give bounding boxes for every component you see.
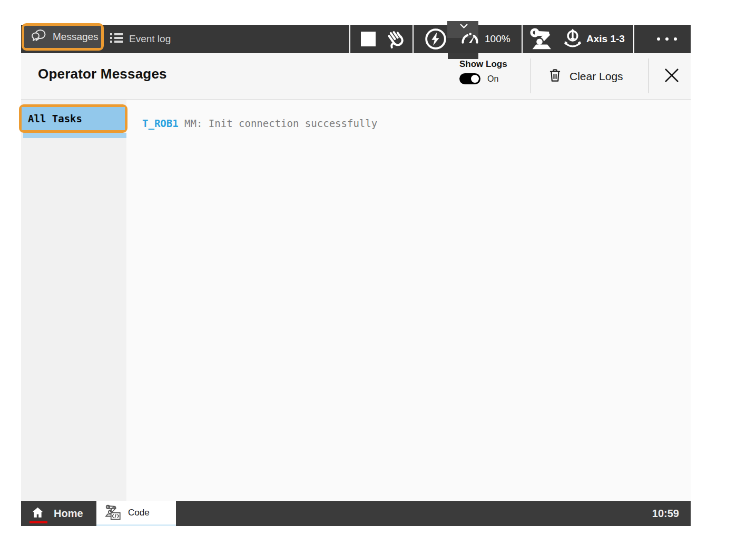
flexpendant-app: Messages Event log — [21, 25, 691, 526]
bottom-taskbar: Home — [21, 501, 691, 526]
chat-bubbles-icon — [31, 28, 47, 45]
message-task-name: T_ROB1 — [142, 118, 179, 129]
axis-selector-label[interactable]: Axis 1-3 — [586, 25, 625, 53]
stop-button[interactable] — [361, 32, 376, 46]
messages-list: T_ROB1 MM: Init connection successfully — [126, 100, 691, 501]
clear-logs-label: Clear Logs — [570, 70, 623, 83]
message-row: T_ROB1 MM: Init connection successfully — [142, 118, 377, 129]
tasks-sidebar: All Tasks — [21, 100, 126, 501]
more-menu-button[interactable] — [651, 25, 683, 53]
home-icon — [31, 506, 45, 522]
event-log-tab-label: Event log — [129, 33, 171, 45]
clock: 10:59 — [652, 501, 679, 526]
manual-mode-hand-icon[interactable] — [384, 28, 408, 52]
event-log-tab[interactable]: Event log — [110, 25, 171, 53]
show-logs-label: Show Logs — [459, 59, 507, 70]
toolbar-separator — [522, 25, 523, 53]
header-divider — [648, 59, 649, 93]
home-active-indicator — [30, 521, 47, 523]
all-tasks-label: All Tasks — [22, 113, 82, 124]
toolbar-separator — [633, 25, 634, 53]
more-icon — [654, 34, 680, 44]
code-tab-label: Code — [128, 508, 150, 518]
speed-value: 100% — [485, 25, 510, 53]
trash-icon — [548, 67, 562, 85]
home-button[interactable]: Home — [21, 501, 83, 526]
speedometer-icon[interactable] — [458, 28, 482, 52]
close-button[interactable] — [652, 53, 691, 100]
annotation-highlight-messages: Messages — [22, 23, 104, 51]
toolbar-separator — [349, 25, 350, 53]
list-icon — [110, 32, 123, 46]
show-logs-toggle[interactable] — [459, 73, 480, 84]
quickset-flyout-tab-bottom — [448, 53, 478, 59]
messages-tab[interactable]: Messages — [24, 26, 101, 48]
robot-arm-icon[interactable] — [528, 26, 555, 54]
panel-header: Operator Messages Show Logs On — [21, 53, 691, 100]
home-button-label: Home — [54, 508, 83, 520]
header-divider — [531, 59, 531, 93]
show-logs-state: On — [487, 74, 498, 84]
axis-jog-icon[interactable] — [561, 28, 584, 52]
code-robot-icon — [104, 503, 122, 523]
messages-tab-label: Messages — [53, 31, 99, 43]
clear-logs-button[interactable]: Clear Logs — [548, 53, 623, 100]
show-logs-control: Show Logs On — [459, 59, 507, 84]
taskbar-tab-code[interactable]: Code — [96, 501, 176, 526]
page-title: Operator Messages — [38, 66, 167, 82]
annotation-highlight-all-tasks: All Tasks — [19, 104, 127, 133]
close-icon — [663, 67, 680, 86]
all-tasks-selection-strip — [23, 133, 126, 138]
message-text: MM: Init connection successfully — [179, 118, 378, 129]
sidebar-item-all-tasks[interactable]: All Tasks — [22, 107, 125, 130]
toolbar-separator — [413, 25, 414, 53]
top-toolbar: Messages Event log — [21, 25, 691, 53]
motors-on-icon[interactable] — [425, 28, 447, 52]
panel-body: All Tasks T_ROB1 MM: Init connection suc… — [21, 100, 691, 501]
